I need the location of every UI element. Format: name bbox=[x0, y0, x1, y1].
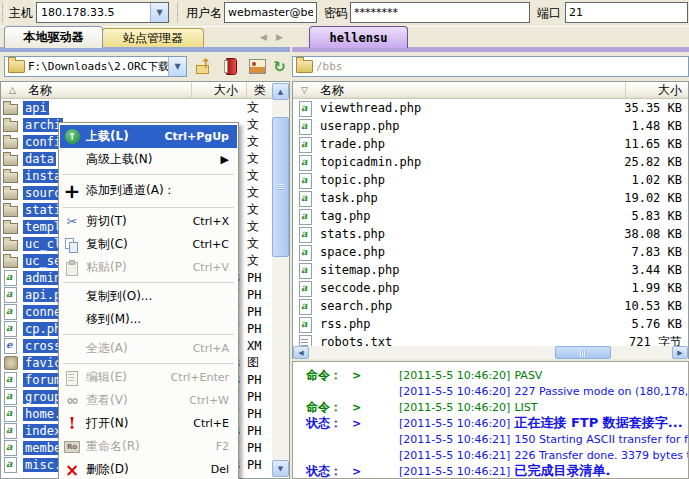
file-size: 38.08 KB bbox=[624, 227, 688, 241]
local-column-type[interactable]: 类 bbox=[247, 82, 272, 98]
tab-scroll-right-icon[interactable]: ▶ bbox=[276, 32, 283, 42]
file-type-icon bbox=[3, 355, 20, 370]
context-menu-item[interactable] bbox=[60, 360, 237, 366]
remote-column-name[interactable]: ▽ 名称 bbox=[293, 82, 626, 98]
menu-item-icon bbox=[61, 213, 83, 231]
context-menu-item[interactable]: 粘贴(P) Ctrl+V bbox=[60, 256, 237, 279]
remote-file-row[interactable]: robots.txt 721 字节 bbox=[293, 333, 688, 346]
tab-scroll-left-icon[interactable]: ◀ bbox=[260, 32, 267, 42]
file-size: 7.83 KB bbox=[631, 245, 688, 259]
up-folder-icon bbox=[196, 59, 212, 74]
remote-path-box[interactable]: /bbs bbox=[292, 56, 689, 77]
toolbar-grip[interactable] bbox=[2, 3, 7, 22]
remote-file-row[interactable]: userapp.php 1.48 KB bbox=[293, 117, 688, 135]
remote-file-row[interactable]: tag.php 5.83 KB bbox=[293, 207, 688, 225]
menu-item-label: 移到(M)... bbox=[86, 311, 141, 328]
scrollbar-thumb[interactable] bbox=[272, 117, 289, 257]
remote-file-row[interactable]: sitemap.php 3.44 KB bbox=[293, 261, 688, 279]
ftp-client-window: 主机： 180.178.33.5 ▼ 用户名： 密码： 端口： 本地驱动器 站点… bbox=[0, 0, 689, 479]
log-entry: [2011-5-5 10:46:21] 226 Transfer done. 3… bbox=[293, 447, 688, 463]
remote-file-row[interactable]: trade.php 11.65 KB bbox=[293, 135, 688, 153]
remote-column-size[interactable]: 大小 bbox=[626, 82, 688, 98]
file-type-icon bbox=[3, 338, 20, 353]
menu-item-label: 编辑(E) bbox=[86, 369, 127, 386]
file-size: 35.35 KB bbox=[624, 101, 688, 115]
context-menu-item[interactable]: 复制(C) Ctrl+C bbox=[60, 233, 237, 256]
context-menu-item[interactable] bbox=[60, 331, 237, 337]
context-menu-item[interactable]: 移到(M)... bbox=[60, 308, 237, 331]
log-entry-label: 状态： bbox=[306, 463, 352, 479]
context-menu-item[interactable]: 全选(A) Ctrl+A bbox=[60, 337, 237, 360]
remote-path-value: /bbs bbox=[316, 60, 688, 73]
context-menu-item[interactable]: 添加到通道(A)： bbox=[60, 177, 237, 204]
host-dropdown-arrow-icon[interactable]: ▼ bbox=[150, 3, 168, 22]
scroll-down-icon[interactable]: ▼ bbox=[272, 460, 289, 477]
port-input[interactable] bbox=[565, 2, 688, 23]
local-file-row[interactable]: api 文 bbox=[1, 99, 272, 116]
up-directory-button[interactable] bbox=[192, 56, 215, 77]
local-column-size[interactable]: 大小 bbox=[192, 82, 247, 98]
context-menu-item[interactable] bbox=[60, 171, 237, 177]
file-type-icon bbox=[3, 117, 20, 132]
context-menu-item[interactable] bbox=[60, 204, 237, 210]
remote-file-row[interactable]: topicadmin.php 25.82 KB bbox=[293, 153, 688, 171]
scrollbar-thumb[interactable] bbox=[555, 346, 611, 359]
refresh-button[interactable]: ↻ bbox=[268, 56, 291, 77]
host-combobox[interactable]: 180.178.33.5 ▼ bbox=[36, 2, 169, 23]
file-name: search.php bbox=[318, 299, 394, 313]
remote-file-row[interactable]: viewthread.php 35.35 KB bbox=[293, 99, 688, 117]
scroll-left-icon[interactable]: ◀ bbox=[293, 346, 309, 359]
tab-local-drives[interactable]: 本地驱动器 bbox=[4, 26, 103, 48]
file-name: space.php bbox=[318, 245, 387, 259]
context-menu-item[interactable]: 删除(D) Del bbox=[60, 458, 237, 479]
local-path-dropdown-arrow-icon[interactable]: ▼ bbox=[168, 57, 186, 76]
file-type: 文 bbox=[240, 184, 272, 201]
context-menu-item[interactable]: 上载(L) Ctrl+PgUp bbox=[60, 125, 237, 148]
remote-file-row[interactable]: topic.php 1.02 KB bbox=[293, 171, 688, 189]
username-input[interactable] bbox=[224, 2, 317, 23]
menu-item-label: 粘贴(P) bbox=[86, 259, 127, 276]
file-type-icon bbox=[3, 100, 20, 115]
remote-file-row[interactable]: space.php 7.83 KB bbox=[293, 243, 688, 261]
local-path-combobox[interactable]: F:\Downloads\2.ORC下载\D ▼ bbox=[4, 56, 187, 77]
context-menu-item[interactable] bbox=[60, 279, 237, 285]
toolbar-grip[interactable] bbox=[177, 3, 182, 22]
remote-file-row[interactable]: stats.php 38.08 KB bbox=[293, 225, 688, 243]
log-entry-timestamp: [2011-5-5 10:46:20] bbox=[399, 369, 510, 382]
file-type-icon bbox=[298, 245, 315, 260]
file-type: 文 bbox=[240, 201, 272, 218]
remote-file-row[interactable]: task.php 19.02 KB bbox=[293, 189, 688, 207]
remote-horizontal-scrollbar[interactable]: ◀ ▶ bbox=[293, 346, 688, 359]
password-input[interactable] bbox=[350, 2, 530, 23]
context-menu-item[interactable]: 高级上载(N) ▶ bbox=[60, 148, 237, 171]
file-type: 文 bbox=[240, 218, 272, 235]
file-type-icon bbox=[3, 219, 20, 234]
menu-item-shortcut: Ctrl+X bbox=[183, 215, 229, 228]
file-type-icon bbox=[3, 372, 20, 387]
context-menu-item[interactable]: 打开(N) Ctrl+E bbox=[60, 412, 237, 435]
context-menu-item[interactable]: 查看(V) Ctrl+W bbox=[60, 389, 237, 412]
local-vertical-scrollbar[interactable]: ▲ ▼ bbox=[272, 83, 289, 477]
context-menu-item[interactable]: 重命名(R) F2 bbox=[60, 435, 237, 458]
context-menu-item[interactable]: 编辑(E) Ctrl+Enter bbox=[60, 366, 237, 389]
menu-item-icon bbox=[61, 259, 83, 277]
tab-remote-site[interactable]: hellensu bbox=[309, 26, 408, 48]
file-name: data bbox=[23, 152, 56, 166]
menu-item-label: 全选(A) bbox=[86, 340, 128, 357]
view-button[interactable] bbox=[246, 56, 269, 77]
scroll-up-icon[interactable]: ▲ bbox=[272, 83, 289, 100]
file-size: 10.53 KB bbox=[624, 299, 688, 313]
remote-file-row[interactable]: rss.php 5.76 KB bbox=[293, 315, 688, 333]
remote-file-row[interactable]: search.php 10.53 KB bbox=[293, 297, 688, 315]
menu-item-shortcut: ▶ bbox=[211, 153, 229, 166]
file-size: 19.02 KB bbox=[624, 191, 688, 205]
bookmarks-button[interactable] bbox=[220, 56, 243, 77]
menu-item-icon bbox=[61, 392, 83, 410]
context-menu-item[interactable]: 剪切(T) Ctrl+X bbox=[60, 210, 237, 233]
log-entry-timestamp: [2011-5-5 10:46:21] bbox=[399, 465, 510, 478]
local-column-name[interactable]: △ 名称 bbox=[1, 82, 192, 98]
scroll-right-icon[interactable]: ▶ bbox=[672, 346, 688, 359]
remote-file-row[interactable]: seccode.php 1.99 KB bbox=[293, 279, 688, 297]
tab-site-manager[interactable]: 站点管理器 bbox=[102, 28, 204, 48]
context-menu-item[interactable]: 复制到(O)... bbox=[60, 285, 237, 308]
